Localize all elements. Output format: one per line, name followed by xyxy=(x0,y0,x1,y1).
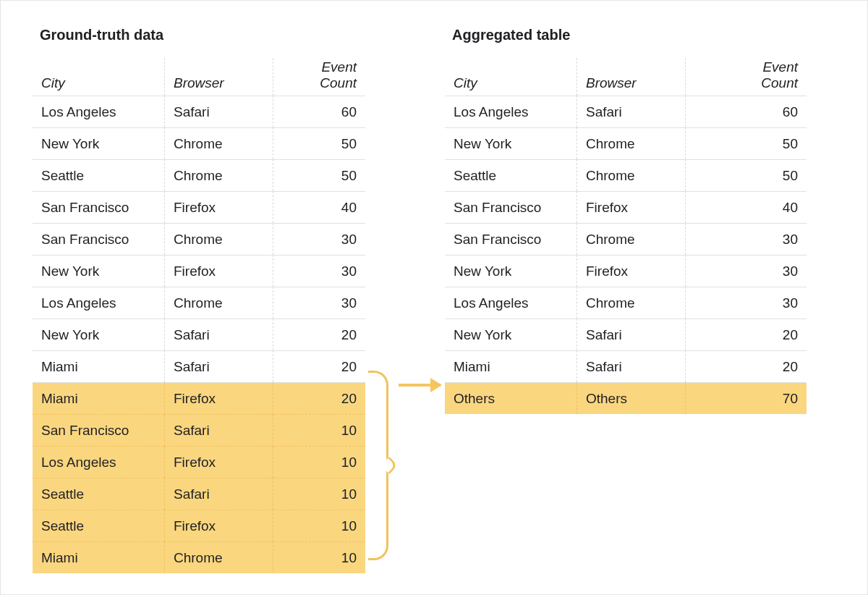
cell-count: 10 xyxy=(273,541,365,573)
table-row: San FranciscoFirefox40 xyxy=(445,191,807,223)
table-row: SeattleFirefox10 xyxy=(33,510,365,541)
ground-truth-table: City Browser EventCount Los AngelesSafar… xyxy=(33,58,365,573)
cell-browser: Firefox xyxy=(164,510,273,541)
cell-city: Miami xyxy=(445,350,576,382)
table-row: San FranciscoChrome30 xyxy=(33,223,365,255)
col-header-city: City xyxy=(33,58,164,96)
table-row: MiamiSafari20 xyxy=(445,350,807,382)
cell-count: 20 xyxy=(273,350,365,382)
cell-city: Others xyxy=(445,382,576,414)
cell-city: Los Angeles xyxy=(33,96,164,127)
col-header-city: City xyxy=(445,58,576,96)
aggregated-table: City Browser EventCount Los AngelesSafar… xyxy=(445,58,807,414)
table-row: MiamiSafari20 xyxy=(33,350,365,382)
cell-city: San Francisco xyxy=(33,191,164,223)
table-row: New YorkSafari20 xyxy=(33,318,365,350)
cell-count: 20 xyxy=(273,382,365,414)
table-row: New YorkChrome50 xyxy=(445,127,807,159)
cell-count: 30 xyxy=(685,287,807,318)
cell-browser: Firefox xyxy=(576,191,685,223)
cell-count: 30 xyxy=(273,223,365,255)
cell-count: 50 xyxy=(685,159,807,191)
table-row: Los AngelesFirefox10 xyxy=(33,446,365,478)
cell-city: New York xyxy=(33,127,164,159)
cell-city: San Francisco xyxy=(33,223,164,255)
cell-city: Seattle xyxy=(33,478,164,510)
cell-count: 60 xyxy=(685,96,807,127)
cell-browser: Firefox xyxy=(164,446,273,478)
cell-count: 30 xyxy=(685,255,807,287)
table-row: OthersOthers70 xyxy=(445,382,807,414)
cell-count: 50 xyxy=(273,159,365,191)
table-row: MiamiChrome10 xyxy=(33,541,365,573)
cell-city: San Francisco xyxy=(33,414,164,446)
table-row: Los AngelesSafari60 xyxy=(33,96,365,127)
table-row: San FranciscoFirefox40 xyxy=(33,191,365,223)
cell-browser: Firefox xyxy=(576,255,685,287)
cell-browser: Safari xyxy=(576,350,685,382)
cell-count: 50 xyxy=(273,127,365,159)
cell-count: 10 xyxy=(273,510,365,541)
cell-browser: Safari xyxy=(164,318,273,350)
cell-count: 30 xyxy=(273,255,365,287)
cell-browser: Chrome xyxy=(576,159,685,191)
cell-browser: Others xyxy=(576,382,685,414)
cell-browser: Firefox xyxy=(164,382,273,414)
col-header-browser: Browser xyxy=(164,58,273,96)
cell-city: New York xyxy=(445,318,576,350)
table-row: MiamiFirefox20 xyxy=(33,382,365,414)
cell-count: 50 xyxy=(685,127,807,159)
table-row: Los AngelesChrome30 xyxy=(33,287,365,318)
table-row: New YorkFirefox30 xyxy=(445,255,807,287)
cell-browser: Firefox xyxy=(164,191,273,223)
table-row: New YorkFirefox30 xyxy=(33,255,365,287)
col-header-browser: Browser xyxy=(576,58,685,96)
cell-browser: Firefox xyxy=(164,255,273,287)
cell-count: 10 xyxy=(273,446,365,478)
aggregated-rows: Los AngelesSafari60New YorkChrome50Seatt… xyxy=(445,96,807,414)
cell-browser: Safari xyxy=(164,478,273,510)
table-row: Los AngelesSafari60 xyxy=(445,96,807,127)
cell-count: 40 xyxy=(273,191,365,223)
cell-browser: Chrome xyxy=(576,127,685,159)
cell-count: 30 xyxy=(685,223,807,255)
cell-browser: Safari xyxy=(576,318,685,350)
cell-city: San Francisco xyxy=(445,223,576,255)
cell-browser: Safari xyxy=(576,96,685,127)
table-row: San FranciscoChrome30 xyxy=(445,223,807,255)
cell-browser: Safari xyxy=(164,350,273,382)
cell-city: New York xyxy=(33,318,164,350)
cell-count: 20 xyxy=(685,318,807,350)
cell-browser: Chrome xyxy=(164,223,273,255)
cell-count: 10 xyxy=(273,478,365,510)
col-header-count: EventCount xyxy=(273,58,365,96)
cell-city: Miami xyxy=(33,382,164,414)
aggregated-title: Aggregated table xyxy=(452,27,807,43)
cell-city: Los Angeles xyxy=(445,287,576,318)
table-row: SeattleSafari10 xyxy=(33,478,365,510)
connector xyxy=(365,27,445,591)
cell-count: 40 xyxy=(685,191,807,223)
cell-count: 30 xyxy=(273,287,365,318)
cell-browser: Chrome xyxy=(164,127,273,159)
cell-count: 10 xyxy=(273,414,365,446)
cell-city: New York xyxy=(445,255,576,287)
arrow-icon xyxy=(399,384,441,387)
cell-city: Los Angeles xyxy=(33,446,164,478)
cell-city: Seattle xyxy=(33,159,164,191)
cell-browser: Chrome xyxy=(576,287,685,318)
cell-city: New York xyxy=(33,255,164,287)
cell-count: 70 xyxy=(685,382,807,414)
cell-browser: Chrome xyxy=(164,541,273,573)
brace-icon xyxy=(368,371,388,560)
cell-city: Seattle xyxy=(445,159,576,191)
cell-city: Los Angeles xyxy=(33,287,164,318)
cell-city: Seattle xyxy=(33,510,164,541)
cell-browser: Safari xyxy=(164,414,273,446)
ground-truth-rows: Los AngelesSafari60New YorkChrome50Seatt… xyxy=(33,96,365,573)
cell-city: New York xyxy=(445,127,576,159)
table-row: San FranciscoSafari10 xyxy=(33,414,365,446)
table-row: New YorkSafari20 xyxy=(445,318,807,350)
col-header-count: EventCount xyxy=(685,58,807,96)
cell-city: Miami xyxy=(33,541,164,573)
